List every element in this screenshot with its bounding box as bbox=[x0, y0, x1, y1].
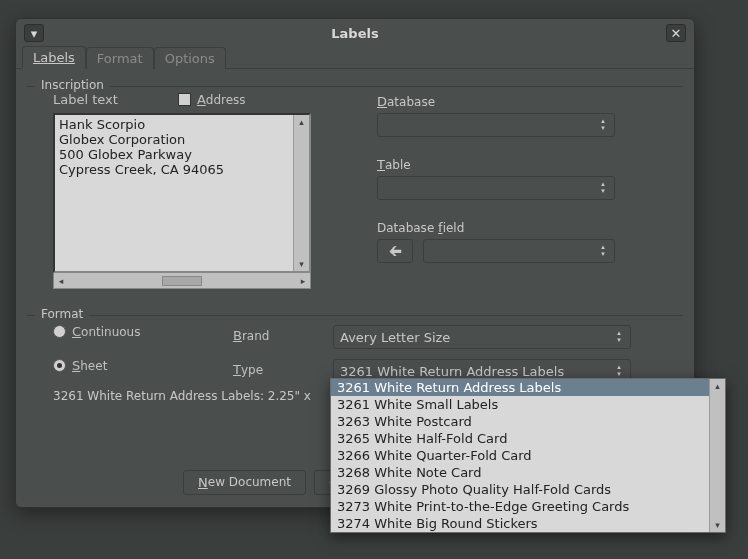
label-text-label: Label text bbox=[53, 92, 118, 107]
combo-spinner[interactable]: ▴▾ bbox=[596, 243, 610, 259]
address-label: Address bbox=[197, 92, 246, 107]
dropdown-vscrollbar[interactable]: ▴ ▾ bbox=[709, 379, 725, 532]
textarea-hscrollbar[interactable]: ◂ ▸ bbox=[53, 273, 311, 289]
type-dropdown-popup: 3261 White Return Address Labels 3261 Wh… bbox=[330, 378, 726, 533]
brand-combo[interactable]: Avery Letter Size ▴▾ bbox=[333, 325, 631, 349]
type-value: 3261 White Return Address Labels bbox=[340, 364, 564, 379]
insert-field-button[interactable]: 🡰 bbox=[377, 239, 413, 263]
tab-format[interactable]: Format bbox=[86, 47, 154, 69]
type-dropdown-list: 3261 White Return Address Labels 3261 Wh… bbox=[331, 379, 709, 532]
chevron-down-icon: ▾ bbox=[31, 26, 38, 41]
radio-on bbox=[53, 359, 66, 372]
brand-value: Avery Letter Size bbox=[340, 330, 450, 345]
type-option[interactable]: 3269 Glossy Photo Quality Half-Fold Card… bbox=[331, 481, 709, 498]
database-field-combo[interactable]: ▴▾ bbox=[423, 239, 615, 263]
database-combo[interactable]: ▴▾ bbox=[377, 113, 615, 137]
label-text-area[interactable]: Hank Scorpio Globex Corporation 500 Glob… bbox=[53, 113, 311, 273]
close-icon: ✕ bbox=[671, 26, 682, 41]
scroll-up-icon[interactable]: ▴ bbox=[710, 379, 725, 393]
continuous-radio[interactable]: Continuous bbox=[53, 324, 233, 339]
close-button[interactable]: ✕ bbox=[666, 24, 686, 42]
scroll-left-icon[interactable]: ◂ bbox=[54, 276, 68, 286]
new-document-button[interactable]: New Document bbox=[183, 470, 306, 495]
window-title: Labels bbox=[331, 26, 378, 41]
textarea-vscrollbar[interactable]: ▴ ▾ bbox=[293, 115, 309, 271]
table-combo[interactable]: ▴▾ bbox=[377, 176, 615, 200]
label-text-content[interactable]: Hank Scorpio Globex Corporation 500 Glob… bbox=[55, 115, 293, 271]
address-checkbox[interactable]: Address bbox=[178, 92, 246, 107]
database-field-label: Database field bbox=[377, 220, 675, 235]
combo-spinner[interactable]: ▴▾ bbox=[612, 329, 626, 345]
scroll-up-icon[interactable]: ▴ bbox=[294, 115, 309, 129]
type-label: Type bbox=[233, 362, 333, 377]
database-label: Database bbox=[377, 94, 675, 109]
tab-labels[interactable]: Labels bbox=[22, 46, 86, 69]
radio-off bbox=[53, 325, 66, 338]
tab-options[interactable]: Options bbox=[154, 47, 226, 69]
type-option[interactable]: 3274 White Big Round Stickers bbox=[331, 515, 709, 532]
combo-spinner[interactable]: ▴▾ bbox=[596, 180, 610, 196]
checkbox-box bbox=[178, 93, 191, 106]
table-label: Table bbox=[377, 157, 675, 172]
brand-label: Brand bbox=[233, 328, 333, 343]
format-title: Format bbox=[35, 307, 89, 321]
inscription-group: Inscription Label text Address Hank Scor… bbox=[26, 77, 684, 300]
type-option[interactable]: 3268 White Note Card bbox=[331, 464, 709, 481]
combo-spinner[interactable]: ▴▾ bbox=[596, 117, 610, 133]
arrow-left-icon: 🡰 bbox=[389, 244, 402, 259]
window-menu-button[interactable]: ▾ bbox=[24, 24, 44, 42]
scroll-down-icon[interactable]: ▾ bbox=[710, 518, 725, 532]
type-option[interactable]: 3266 White Quarter-Fold Card bbox=[331, 447, 709, 464]
hscroll-thumb[interactable] bbox=[162, 276, 202, 286]
type-option[interactable]: 3261 White Small Labels bbox=[331, 396, 709, 413]
combo-spinner[interactable]: ▴▾ bbox=[612, 363, 626, 379]
type-option[interactable]: 3261 White Return Address Labels bbox=[331, 379, 709, 396]
scroll-right-icon[interactable]: ▸ bbox=[296, 276, 310, 286]
type-option[interactable]: 3273 White Print-to-the-Edge Greeting Ca… bbox=[331, 498, 709, 515]
tab-bar: Labels Format Options bbox=[16, 47, 694, 69]
scroll-down-icon[interactable]: ▾ bbox=[294, 257, 309, 271]
type-option[interactable]: 3263 White Postcard bbox=[331, 413, 709, 430]
inscription-title: Inscription bbox=[35, 78, 110, 92]
titlebar: ▾ Labels ✕ bbox=[16, 19, 694, 47]
type-option[interactable]: 3265 White Half-Fold Card bbox=[331, 430, 709, 447]
sheet-radio[interactable]: Sheet bbox=[53, 358, 233, 373]
